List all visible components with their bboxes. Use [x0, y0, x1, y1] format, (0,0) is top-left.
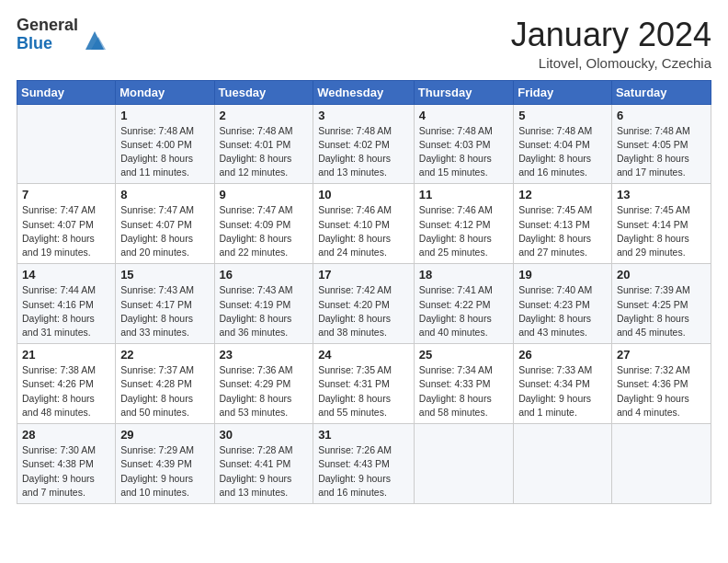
day-number: 21 [22, 348, 110, 362]
day-cell: 1Sunrise: 7:48 AMSunset: 4:00 PMDaylight… [116, 104, 214, 184]
day-number: 6 [617, 109, 706, 122]
subtitle: Litovel, Olomoucky, Czechia [511, 55, 711, 71]
day-number: 25 [419, 348, 508, 362]
page: General Blue January 2024 Litovel, Olomo… [0, 0, 728, 563]
logo-general: General [17, 17, 78, 35]
logo: General Blue [17, 17, 108, 53]
header-row: Sunday Monday Tuesday Wednesday Thursday… [17, 80, 711, 104]
day-detail: Sunrise: 7:42 AMSunset: 4:20 PMDaylight:… [318, 283, 409, 339]
day-detail: Sunrise: 7:32 AMSunset: 4:36 PMDaylight:… [617, 363, 706, 419]
day-cell: 14Sunrise: 7:44 AMSunset: 4:16 PMDayligh… [17, 264, 116, 344]
col-tuesday: Tuesday [214, 80, 313, 104]
day-detail: Sunrise: 7:43 AMSunset: 4:17 PMDaylight:… [120, 283, 209, 339]
day-cell: 27Sunrise: 7:32 AMSunset: 4:36 PMDayligh… [611, 344, 711, 424]
day-detail: Sunrise: 7:48 AMSunset: 4:00 PMDaylight:… [120, 124, 209, 180]
day-number: 2 [220, 109, 309, 122]
logo-blue: Blue [17, 35, 78, 53]
day-cell: 20Sunrise: 7:39 AMSunset: 4:25 PMDayligh… [611, 264, 711, 344]
day-number: 27 [617, 348, 706, 362]
day-cell: 6Sunrise: 7:48 AMSunset: 4:05 PMDaylight… [611, 104, 711, 184]
day-number: 16 [220, 268, 309, 282]
day-number: 19 [518, 268, 607, 282]
day-number: 4 [419, 109, 508, 122]
day-number: 22 [120, 348, 209, 362]
col-monday: Monday [116, 80, 214, 104]
day-number: 10 [318, 188, 409, 201]
day-number: 5 [518, 109, 607, 122]
day-number: 31 [318, 428, 409, 442]
day-detail: Sunrise: 7:48 AMSunset: 4:05 PMDaylight:… [617, 124, 706, 180]
month-title: January 2024 [511, 17, 711, 53]
day-cell: 9Sunrise: 7:47 AMSunset: 4:09 PMDaylight… [214, 184, 313, 264]
day-cell: 31Sunrise: 7:26 AMSunset: 4:43 PMDayligh… [313, 424, 415, 504]
day-number: 20 [617, 268, 706, 282]
calendar-body: 1Sunrise: 7:48 AMSunset: 4:00 PMDaylight… [17, 104, 711, 503]
day-detail: Sunrise: 7:36 AMSunset: 4:29 PMDaylight:… [220, 363, 309, 419]
day-detail: Sunrise: 7:48 AMSunset: 4:01 PMDaylight:… [220, 124, 309, 180]
day-detail: Sunrise: 7:29 AMSunset: 4:39 PMDaylight:… [120, 443, 209, 500]
header: General Blue January 2024 Litovel, Olomo… [17, 17, 711, 71]
day-number: 24 [318, 348, 409, 362]
day-cell [17, 104, 116, 184]
day-number: 18 [419, 268, 508, 282]
day-cell: 13Sunrise: 7:45 AMSunset: 4:14 PMDayligh… [611, 184, 711, 264]
day-cell: 17Sunrise: 7:42 AMSunset: 4:20 PMDayligh… [313, 264, 415, 344]
day-cell: 21Sunrise: 7:38 AMSunset: 4:26 PMDayligh… [17, 344, 116, 424]
day-cell: 18Sunrise: 7:41 AMSunset: 4:22 PMDayligh… [414, 264, 513, 344]
day-cell: 23Sunrise: 7:36 AMSunset: 4:29 PMDayligh… [214, 344, 313, 424]
day-number: 13 [617, 188, 706, 201]
day-number: 17 [318, 268, 409, 282]
col-friday: Friday [514, 80, 612, 104]
day-cell: 7Sunrise: 7:47 AMSunset: 4:07 PMDaylight… [17, 184, 116, 264]
day-number: 29 [120, 428, 209, 442]
day-detail: Sunrise: 7:48 AMSunset: 4:03 PMDaylight:… [419, 124, 508, 180]
day-number: 8 [120, 188, 209, 201]
day-cell: 22Sunrise: 7:37 AMSunset: 4:28 PMDayligh… [116, 344, 214, 424]
day-cell: 5Sunrise: 7:48 AMSunset: 4:04 PMDaylight… [514, 104, 612, 184]
calendar-table: Sunday Monday Tuesday Wednesday Thursday… [17, 80, 711, 504]
day-number: 15 [120, 268, 209, 282]
day-cell: 8Sunrise: 7:47 AMSunset: 4:07 PMDaylight… [116, 184, 214, 264]
day-detail: Sunrise: 7:43 AMSunset: 4:19 PMDaylight:… [220, 283, 309, 339]
title-block: January 2024 Litovel, Olomoucky, Czechia [511, 17, 711, 71]
week-row-5: 28Sunrise: 7:30 AMSunset: 4:38 PMDayligh… [17, 424, 711, 504]
day-detail: Sunrise: 7:28 AMSunset: 4:41 PMDaylight:… [220, 443, 309, 500]
day-cell: 3Sunrise: 7:48 AMSunset: 4:02 PMDaylight… [313, 104, 415, 184]
day-detail: Sunrise: 7:35 AMSunset: 4:31 PMDaylight:… [318, 363, 409, 419]
day-detail: Sunrise: 7:39 AMSunset: 4:25 PMDaylight:… [617, 283, 706, 339]
day-number: 14 [22, 268, 110, 282]
week-row-3: 14Sunrise: 7:44 AMSunset: 4:16 PMDayligh… [17, 264, 711, 344]
day-number: 11 [419, 188, 508, 201]
col-saturday: Saturday [611, 80, 711, 104]
day-cell: 19Sunrise: 7:40 AMSunset: 4:23 PMDayligh… [514, 264, 612, 344]
col-wednesday: Wednesday [313, 80, 415, 104]
day-detail: Sunrise: 7:47 AMSunset: 4:07 PMDaylight:… [120, 203, 209, 259]
day-detail: Sunrise: 7:46 AMSunset: 4:10 PMDaylight:… [318, 203, 409, 259]
day-cell: 4Sunrise: 7:48 AMSunset: 4:03 PMDaylight… [414, 104, 513, 184]
day-cell: 28Sunrise: 7:30 AMSunset: 4:38 PMDayligh… [17, 424, 116, 504]
day-cell: 16Sunrise: 7:43 AMSunset: 4:19 PMDayligh… [214, 264, 313, 344]
day-number: 30 [220, 428, 309, 442]
day-number: 26 [518, 348, 607, 362]
calendar-header: Sunday Monday Tuesday Wednesday Thursday… [17, 80, 711, 104]
day-detail: Sunrise: 7:38 AMSunset: 4:26 PMDaylight:… [22, 363, 110, 419]
day-detail: Sunrise: 7:45 AMSunset: 4:14 PMDaylight:… [617, 203, 706, 259]
day-detail: Sunrise: 7:26 AMSunset: 4:43 PMDaylight:… [318, 443, 409, 500]
day-detail: Sunrise: 7:37 AMSunset: 4:28 PMDaylight:… [120, 363, 209, 419]
week-row-1: 1Sunrise: 7:48 AMSunset: 4:00 PMDaylight… [17, 104, 711, 184]
day-number: 12 [518, 188, 607, 201]
day-detail: Sunrise: 7:44 AMSunset: 4:16 PMDaylight:… [22, 283, 110, 339]
day-detail: Sunrise: 7:48 AMSunset: 4:04 PMDaylight:… [518, 124, 607, 180]
day-cell: 11Sunrise: 7:46 AMSunset: 4:12 PMDayligh… [414, 184, 513, 264]
day-cell [611, 424, 711, 504]
day-cell: 2Sunrise: 7:48 AMSunset: 4:01 PMDaylight… [214, 104, 313, 184]
day-detail: Sunrise: 7:41 AMSunset: 4:22 PMDaylight:… [419, 283, 508, 339]
day-cell: 12Sunrise: 7:45 AMSunset: 4:13 PMDayligh… [514, 184, 612, 264]
col-thursday: Thursday [414, 80, 513, 104]
day-cell: 15Sunrise: 7:43 AMSunset: 4:17 PMDayligh… [116, 264, 214, 344]
day-number: 9 [220, 188, 309, 201]
logo-icon [82, 28, 108, 53]
day-detail: Sunrise: 7:47 AMSunset: 4:09 PMDaylight:… [220, 203, 309, 259]
day-cell: 29Sunrise: 7:29 AMSunset: 4:39 PMDayligh… [116, 424, 214, 504]
day-number: 28 [22, 428, 110, 442]
